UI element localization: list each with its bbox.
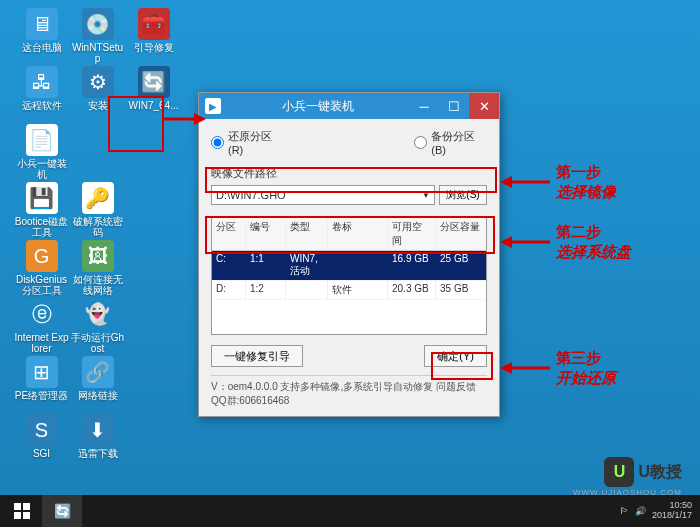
table-row[interactable]: D: 1:2 软件 20.3 GB 35 GB [212,281,486,300]
clock-date: 2018/1/17 [652,511,692,521]
icon-label: 手动运行Ghost [70,332,125,354]
restore-radio-input[interactable] [211,136,224,149]
repair-boot-button[interactable]: 一键修复引导 [211,345,303,367]
app-icon: 📄 [26,124,58,156]
desktop-icon[interactable]: 🔗网络链接 [70,356,125,401]
svg-marker-3 [500,236,512,248]
icon-label: 破解系统密码 [70,216,125,238]
image-path-combo[interactable]: D:\WIN7.GHO ▼ [211,185,435,205]
backup-radio[interactable]: 备份分区(B) [414,129,487,156]
taskbar: 🔄 🏳 🔊 10:50 2018/1/17 [0,495,700,527]
icon-label: DiskGenius分区工具 [14,274,69,296]
desktop-icon[interactable]: 🖧远程软件 [14,66,69,111]
svg-marker-7 [194,113,206,125]
icon-label: Internet Explorer [14,332,69,354]
annotation-step2: 第二步 选择系统盘 [556,222,631,261]
desktop-icon[interactable]: GDiskGenius分区工具 [14,240,69,296]
svg-marker-1 [500,176,512,188]
icon-label: 迅雷下载 [70,448,125,459]
app-icon: 💿 [82,8,114,40]
th-total: 分区容量 [436,218,486,250]
desktop-icon[interactable]: 🖥这台电脑 [14,8,69,53]
tray-volume-icon[interactable]: 🔊 [635,506,646,516]
installer-dialog: ▶ 小兵一键装机 ─ ☐ ✕ 还原分区(R) 备份分区(B) 映像文件路径 D:… [198,92,500,417]
watermark-logo: U U教授 [604,457,682,487]
tray-flag-icon[interactable]: 🏳 [620,506,629,516]
th-type: 类型 [286,218,328,250]
close-button[interactable]: ✕ [469,93,499,119]
annotation-step3: 第三步 开始还原 [556,348,616,387]
icon-label: 远程软件 [14,100,69,111]
table-row[interactable]: C: 1:1 WIN7,活动 16.9 GB 25 GB [212,251,486,281]
selected-icon-highlight [108,96,164,152]
app-icon: 🔑 [82,182,114,214]
desktop-icon[interactable]: SSGI [14,414,69,459]
ok-button[interactable]: 确定(Y) [424,345,487,367]
desktop-icon[interactable]: 👻手动运行Ghost [70,298,125,354]
desktop-icon[interactable]: 💿WinNTSetup [70,8,125,64]
icon-label: SGI [14,448,69,459]
icon-label: Bootice磁盘工具 [14,216,69,238]
minimize-button[interactable]: ─ [409,93,439,119]
image-path-value: D:\WIN7.GHO [216,189,286,201]
watermark-text: U教授 [638,462,682,483]
icon-label: 这台电脑 [14,42,69,53]
system-tray[interactable]: 🏳 🔊 10:50 2018/1/17 [620,501,698,521]
icon-label: 如何连接无线网络 [70,274,125,296]
icon-label: 网络链接 [70,390,125,401]
desktop-icon[interactable]: ⬇迅雷下载 [70,414,125,459]
app-icon: 🧰 [138,8,170,40]
icon-label: 引导修复 [126,42,181,53]
table-header: 分区 编号 类型 卷标 可用空间 分区容量 [212,218,486,251]
desktop-icon[interactable]: 📄小兵一键装机 [14,124,69,180]
taskbar-app[interactable]: 🔄 [42,495,82,527]
restore-radio[interactable]: 还原分区(R) [211,129,284,156]
desktop-icon[interactable]: ⊞PE络管理器 [14,356,69,401]
dialog-title: 小兵一键装机 [227,98,409,115]
svg-marker-5 [500,362,512,374]
dropdown-icon: ▼ [422,191,430,200]
app-icon: ⓔ [26,298,58,330]
th-number: 编号 [246,218,286,250]
app-icon: S [26,414,58,446]
app-icon: 🔄 [138,66,170,98]
app-icon: 🔗 [82,356,114,388]
app-icon: ⊞ [26,356,58,388]
backup-radio-input[interactable] [414,136,427,149]
arrow-3 [500,358,550,378]
start-button[interactable] [2,495,42,527]
icon-label: 小兵一键装机 [14,158,69,180]
desktop-icon[interactable]: 🖼如何连接无线网络 [70,240,125,296]
titlebar[interactable]: ▶ 小兵一键装机 ─ ☐ ✕ [199,93,499,119]
app-icon: 👻 [82,298,114,330]
path-label: 映像文件路径 [211,166,487,181]
arrow-icon-to-dialog [158,104,208,134]
restore-radio-label: 还原分区(R) [228,129,284,156]
maximize-button[interactable]: ☐ [439,93,469,119]
arrow-2 [500,232,550,252]
desktop-icon[interactable]: 🔑破解系统密码 [70,182,125,238]
icon-label: PE络管理器 [14,390,69,401]
desktop-icon[interactable]: ⓔInternet Explorer [14,298,69,354]
watermark-badge: U [604,457,634,487]
status-bar: V：oem4.0.0.0 支持多种镜像,多系统引导自动修复 问题反馈QQ群:60… [211,375,487,408]
app-icon: 💾 [26,182,58,214]
browse-button[interactable]: 浏览(S) [439,185,487,205]
tray-clock[interactable]: 10:50 2018/1/17 [652,501,692,521]
app-icon: 🖧 [26,66,58,98]
desktop-icon[interactable]: 💾Bootice磁盘工具 [14,182,69,238]
svg-rect-10 [14,512,21,519]
partition-table[interactable]: 分区 编号 类型 卷标 可用空间 分区容量 C: 1:1 WIN7,活动 16.… [211,217,487,335]
icon-label: WinNTSetup [70,42,125,64]
annotation-step1: 第一步 选择镜像 [556,162,616,201]
th-partition: 分区 [212,218,246,250]
app-icon: 🖥 [26,8,58,40]
desktop-icon[interactable]: 🧰引导修复 [126,8,181,53]
th-free: 可用空间 [388,218,436,250]
svg-rect-9 [23,503,30,510]
dialog-body: 还原分区(R) 备份分区(B) 映像文件路径 D:\WIN7.GHO ▼ 浏览(… [199,119,499,416]
th-label: 卷标 [328,218,388,250]
arrow-1 [500,172,550,192]
svg-rect-8 [14,503,21,510]
app-icon: ⚙ [82,66,114,98]
